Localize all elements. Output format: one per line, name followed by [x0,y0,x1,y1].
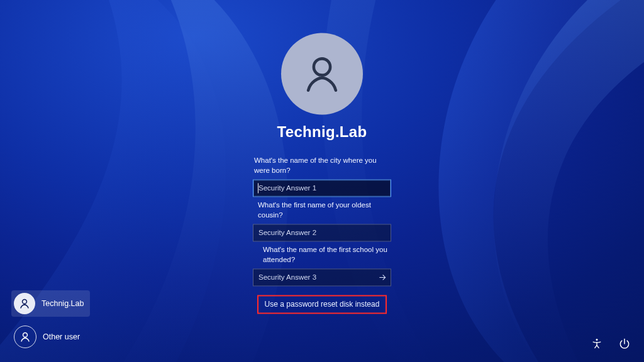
security-answer-3-input[interactable] [253,269,391,287]
security-question-1: What's the name of the city where you we… [254,156,390,175]
user-avatar [281,33,363,114]
security-answer-2-input[interactable] [253,224,391,242]
submit-arrow-button[interactable] [376,272,389,284]
user-tile-technig-lab[interactable]: Technig.Lab [11,290,90,317]
user-list: Technig.Lab Other user [11,290,90,351]
user-tile-label: Other user [43,332,80,341]
svg-point-2 [23,332,28,337]
security-answer-1-input[interactable] [253,179,391,197]
power-icon[interactable] [618,337,631,351]
svg-point-3 [596,339,598,341]
login-panel: Technig.Lab What's the name of the city … [196,48,448,314]
security-answer-1-field[interactable] [253,179,391,197]
text-caret [258,183,258,193]
security-questions-form: What's the name of the city where you we… [253,152,391,314]
security-question-2: What's the first name of your oldest cou… [254,200,390,220]
user-avatar-icon [14,293,35,314]
accessibility-icon[interactable] [590,337,604,351]
account-name: Technig.Lab [277,123,367,141]
login-tray [590,337,631,351]
user-tile-label: Technig.Lab [42,299,84,308]
user-avatar-icon [14,326,36,348]
security-answer-2-field[interactable] [253,224,391,242]
svg-point-1 [23,299,27,304]
use-password-reset-disk-link[interactable]: Use a password reset disk instead [257,295,387,314]
security-question-3: What's the name of the first school you … [254,246,390,265]
security-answer-3-field[interactable] [253,269,391,287]
user-tile-other-user[interactable]: Other user [11,323,90,351]
svg-point-0 [314,58,330,75]
